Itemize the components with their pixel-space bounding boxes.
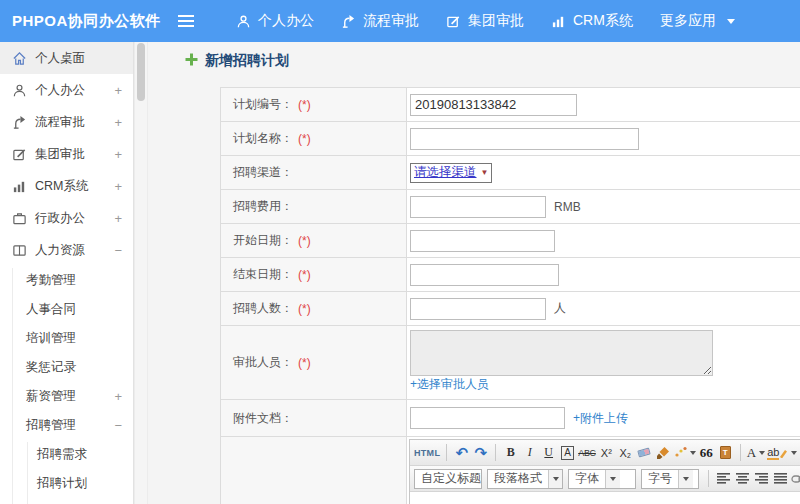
font-color-button[interactable]: A xyxy=(747,443,765,463)
undo-icon[interactable]: ↶ xyxy=(453,443,470,463)
sidebar-item-group-approval[interactable]: 集团审批 + xyxy=(0,138,133,170)
redo-icon[interactable]: ↷ xyxy=(472,443,489,463)
book-icon xyxy=(11,242,27,258)
rich-text-editor: HTML ↶ ↷ B I U A ABC X² X₂ xyxy=(409,439,800,504)
form-row-plan-name: 计划名称：(*) xyxy=(221,122,800,156)
custom-title-dropdown[interactable]: 自定义标题 xyxy=(414,469,482,489)
form-row-approver: 审批人员：(*) +选择审批人员 xyxy=(221,326,800,400)
bar-chart-icon xyxy=(551,14,566,29)
paragraph-format-dropdown[interactable]: 段落格式 xyxy=(487,469,563,489)
attachment-upload-link[interactable]: +附件上传 xyxy=(573,410,628,427)
form-row-cost: 招聘费用： RMB xyxy=(221,190,800,224)
select-arrow-icon: ▼ xyxy=(481,168,489,177)
sidebar-item-admin-office[interactable]: 行政办公 + xyxy=(0,202,133,234)
auto-typeset-icon[interactable] xyxy=(674,443,696,463)
send-icon xyxy=(341,14,356,29)
blockquote-button[interactable]: 66 xyxy=(698,443,715,463)
sidebar-item-personal-office[interactable]: 个人办公 + xyxy=(0,74,133,106)
align-left-icon[interactable] xyxy=(715,469,732,489)
required-mark: (*) xyxy=(298,268,311,282)
topnav-item-personal-office[interactable]: 个人办公 xyxy=(236,12,314,30)
font-family-dropdown[interactable]: 字体 xyxy=(568,469,636,489)
dropdown-arrow-icon xyxy=(605,470,620,488)
sidebar-item-recruitment[interactable]: 招聘管理 − xyxy=(0,411,133,440)
subscript-button[interactable]: X₂ xyxy=(617,443,634,463)
sidebar-item-hr-contract[interactable]: 人事合同 xyxy=(0,295,133,324)
scrollbar-thumb[interactable] xyxy=(137,43,145,101)
collapse-minus: − xyxy=(114,418,122,433)
sidebar-item-salary[interactable]: 薪资管理 + xyxy=(0,382,133,411)
link-icon[interactable] xyxy=(791,469,800,489)
topnav-item-crm[interactable]: CRM系统 xyxy=(551,12,633,30)
sidebar-scrollbar[interactable] xyxy=(134,42,148,504)
field-label: 招聘费用： xyxy=(233,198,293,215)
choose-approver-link[interactable]: +选择审批人员 xyxy=(410,376,489,393)
italic-button[interactable]: I xyxy=(521,443,538,463)
headcount-input[interactable] xyxy=(410,298,546,320)
sidebar-item-training[interactable]: 培训管理 xyxy=(0,324,133,353)
font-size-dropdown[interactable]: 字号 xyxy=(641,469,699,489)
bold-button[interactable]: B xyxy=(502,443,519,463)
sidebar-item-desktop[interactable]: 个人桌面 xyxy=(0,42,133,74)
font-border-button[interactable]: A xyxy=(559,443,576,463)
sidebar-item-recruit-demand[interactable]: 招聘需求 xyxy=(0,440,133,469)
superscript-button[interactable]: X² xyxy=(598,443,615,463)
topbar: PHPOA协同办公软件 个人办公 流程审批 集团审批 CRM系统 更多应用 xyxy=(0,0,800,42)
required-mark: (*) xyxy=(298,98,311,112)
align-justify-icon[interactable] xyxy=(772,469,789,489)
editor-content-area[interactable] xyxy=(410,492,800,504)
form-row-attachment: 附件文档： +附件上传 xyxy=(221,400,800,437)
highlight-color-button[interactable]: ab xyxy=(767,443,797,463)
form-row-headcount: 招聘人数：(*) 人 xyxy=(221,292,800,326)
sidebar-item-workflow-approval[interactable]: 流程审批 + xyxy=(0,106,133,138)
expand-plus: + xyxy=(114,179,122,194)
underline-button[interactable]: U xyxy=(540,443,557,463)
edit-icon xyxy=(11,146,27,162)
caret-down-icon xyxy=(727,19,735,24)
topnav-item-group-approval[interactable]: 集团审批 xyxy=(446,12,524,30)
sidebar-item-talent-pool[interactable]: 人才库 xyxy=(0,498,133,504)
expand-plus: + xyxy=(114,389,122,404)
html-source-button[interactable]: HTML xyxy=(414,443,440,463)
field-label: 招聘渠道： xyxy=(233,164,293,181)
unit-label: RMB xyxy=(554,200,581,214)
user-icon xyxy=(11,82,27,98)
editor-toolbar-row2: 自定义标题 段落格式 字体 字号 xyxy=(410,466,800,492)
sidebar-item-attendance[interactable]: 考勤管理 xyxy=(0,266,133,295)
sidebar-item-hr[interactable]: 人力资源 − xyxy=(0,234,133,266)
approver-textarea[interactable] xyxy=(410,330,713,376)
align-right-icon[interactable] xyxy=(753,469,770,489)
collapse-minus: − xyxy=(114,243,122,258)
required-mark: (*) xyxy=(298,356,311,370)
expand-plus: + xyxy=(114,115,122,130)
topnav-item-workflow-approval[interactable]: 流程审批 xyxy=(341,12,419,30)
attachment-input[interactable] xyxy=(410,407,565,429)
paste-text-icon[interactable]: T xyxy=(717,443,734,463)
eraser-icon[interactable] xyxy=(636,443,653,463)
field-label: 审批人员： xyxy=(233,354,293,371)
strikethrough-button[interactable]: ABC xyxy=(578,443,596,463)
plan-no-input[interactable] xyxy=(410,94,577,116)
bar-chart-icon xyxy=(11,178,27,194)
expand-plus: + xyxy=(114,211,122,226)
channel-select[interactable]: 请选择渠道 ▼ xyxy=(410,163,492,183)
start-date-input[interactable] xyxy=(410,230,555,252)
dropdown-arrow-icon xyxy=(678,470,693,488)
recruitment-submenu: 招聘需求 招聘计划 人才库 xyxy=(0,440,133,504)
form-row-start-date: 开始日期：(*) xyxy=(221,224,800,258)
align-center-icon[interactable] xyxy=(734,469,751,489)
field-label: 招聘人数： xyxy=(233,300,293,317)
field-label: 开始日期： xyxy=(233,232,293,249)
required-mark: (*) xyxy=(298,302,311,316)
sidebar-item-crm[interactable]: CRM系统 + xyxy=(0,170,133,202)
cost-input[interactable] xyxy=(410,196,546,218)
sidebar-item-recruit-plan[interactable]: 招聘计划 xyxy=(0,469,133,498)
field-label: 附件文档： xyxy=(233,410,293,427)
format-brush-icon[interactable] xyxy=(655,443,672,463)
plan-name-input[interactable] xyxy=(410,128,639,150)
topnav-item-more-apps[interactable]: 更多应用 xyxy=(660,12,735,30)
end-date-input[interactable] xyxy=(410,264,559,286)
expand-plus: + xyxy=(114,147,122,162)
sidebar-item-rewards[interactable]: 奖惩记录 xyxy=(0,353,133,382)
menu-toggle-icon[interactable] xyxy=(178,15,194,27)
